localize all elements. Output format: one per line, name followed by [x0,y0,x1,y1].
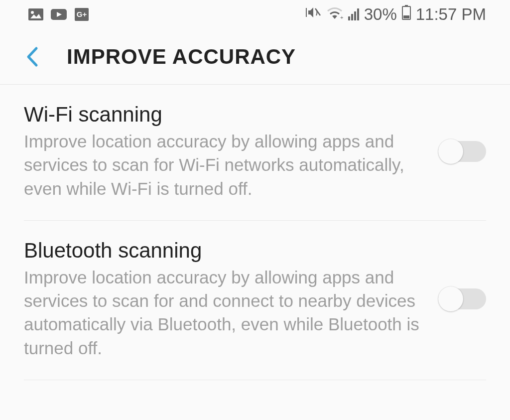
svg-text:+: + [340,14,343,20]
mute-vibrate-icon [305,5,321,24]
wifi-icon: + [326,5,343,24]
battery-percent: 30% [364,5,397,24]
svg-rect-0 [28,8,43,20]
svg-rect-10 [403,15,409,18]
bluetooth-scanning-toggle[interactable] [438,285,486,312]
setting-description: Improve location accuracy by allowing ap… [24,130,423,200]
chevron-left-icon [25,46,38,67]
cellular-signal-icon [348,8,359,20]
clock-time: 11:57 PM [416,5,486,24]
setting-text: Bluetooth scanning Improve location accu… [24,239,438,360]
app-bar: IMPROVE ACCURACY [0,29,510,85]
setting-title: Bluetooth scanning [24,239,423,263]
status-bar: G+ + 30% [0,0,510,29]
setting-text: Wi-Fi scanning Improve location accuracy… [24,103,438,200]
svg-line-5 [315,8,320,15]
status-left-icons: G+ [28,8,90,21]
wifi-scanning-row[interactable]: Wi-Fi scanning Improve location accuracy… [24,85,486,221]
status-right-icons: + 30% 11:57 PM [305,5,486,24]
setting-title: Wi-Fi scanning [24,103,423,127]
gallery-notification-icon [28,8,44,21]
setting-description: Improve location accuracy by allowing ap… [24,266,423,360]
svg-point-1 [31,11,34,14]
battery-icon [402,5,411,24]
page-title: IMPROVE ACCURACY [67,45,296,69]
youtube-notification-icon [51,8,67,21]
settings-list: Wi-Fi scanning Improve location accuracy… [0,85,510,380]
wifi-scanning-toggle[interactable] [438,138,486,165]
svg-text:G+: G+ [77,10,87,18]
google-plus-notification-icon: G+ [74,8,90,21]
bluetooth-scanning-row[interactable]: Bluetooth scanning Improve location accu… [24,221,486,380]
back-button[interactable] [21,46,43,68]
